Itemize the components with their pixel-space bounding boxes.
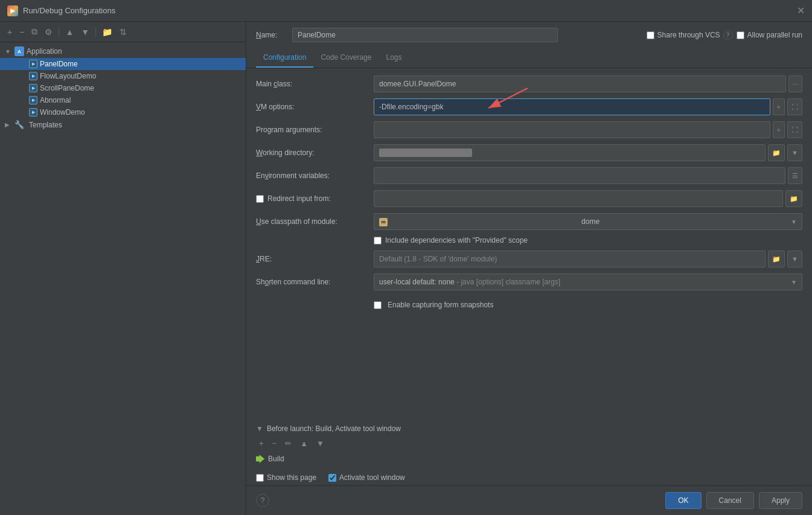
redirect-folder-button[interactable]: 📁 [785, 190, 802, 207]
program-args-expand2-button[interactable]: ⛶ [787, 121, 802, 138]
share-area: Share through VCS ? Allow parallel run [647, 30, 802, 40]
bl-edit-button[interactable]: ✏ [282, 438, 295, 449]
add-config-button[interactable]: + [5, 26, 14, 38]
bottom-checks: Show this page Activate tool window [246, 470, 812, 485]
env-vars-row: Environment variables: ☰ [256, 167, 802, 184]
move-down-button[interactable]: ▼ [78, 26, 92, 38]
allow-parallel-checkbox-wrap: Allow parallel run [737, 31, 802, 39]
vm-options-control: + ⛶ [374, 98, 802, 115]
toolbar-separator-2 [95, 27, 96, 37]
main-class-browse-button[interactable]: ··· [788, 75, 802, 92]
bl-down-button[interactable]: ▼ [313, 438, 327, 449]
abnormal-label: Abnormal [40, 96, 241, 104]
toolbar-separator [59, 27, 59, 37]
share-vcs-checkbox[interactable] [647, 31, 654, 39]
tree-item-paneldome[interactable]: ▶ PanelDome [0, 58, 246, 70]
templates-expand-icon: ▶ [5, 121, 12, 128]
jre-control: 📁 ▼ [374, 251, 802, 267]
activate-window-checkbox[interactable] [328, 474, 336, 482]
shorten-cmd-dropdown[interactable]: user-local default: none - java [options… [374, 273, 802, 290]
application-group-label: Application [27, 47, 241, 56]
main-layout: + − ⧉ ⚙ ▲ ▼ 📁 ⇅ ▼ A Application ▶ PanelD… [0, 22, 812, 515]
tab-code-coverage[interactable]: Code Coverage [313, 48, 379, 68]
allow-parallel-label: Allow parallel run [747, 31, 802, 39]
redirect-input[interactable] [374, 190, 783, 207]
title-bar: ▶ Run/Debug Configurations ✕ [0, 0, 812, 22]
vm-options-expand2-button[interactable]: ⛶ [787, 98, 802, 115]
working-dir-dropdown-button[interactable]: ▼ [787, 144, 802, 161]
allow-parallel-checkbox[interactable] [737, 31, 744, 39]
copy-config-button[interactable]: ⧉ [29, 25, 40, 38]
help-button[interactable]: ? [256, 494, 269, 507]
settings-config-button[interactable]: ⚙ [42, 26, 55, 38]
cancel-button[interactable]: Cancel [706, 492, 754, 509]
scrollpane-label: ScrollPaneDome [40, 84, 241, 92]
vm-options-expand1-button[interactable]: + [773, 98, 785, 115]
bl-add-button[interactable]: + [256, 438, 267, 449]
main-class-label: Main class: [256, 80, 374, 88]
jre-input[interactable] [374, 251, 766, 267]
jre-dropdown-button[interactable]: ▼ [787, 251, 802, 267]
working-dir-display[interactable]: ████████████ [374, 144, 766, 161]
share-vcs-checkbox-wrap: Share through VCS ? [647, 30, 733, 40]
templates-label: Templates [29, 121, 241, 129]
sort-button[interactable]: ⇅ [117, 26, 129, 38]
program-args-input[interactable] [374, 121, 770, 138]
close-button[interactable]: ✕ [797, 6, 805, 16]
main-class-input[interactable] [374, 75, 786, 92]
tree-item-abnormal[interactable]: ▶ Abnormal [0, 94, 246, 106]
tab-logs[interactable]: Logs [379, 48, 409, 68]
env-vars-browse-button[interactable]: ☰ [788, 167, 802, 184]
enable-snapshots-checkbox[interactable] [374, 301, 382, 309]
shorten-cmd-control: user-local default: none - java [options… [374, 273, 802, 290]
move-up-button[interactable]: ▲ [63, 26, 76, 38]
show-page-checkbox[interactable] [256, 474, 264, 482]
vm-options-row: VM options: + ⛶ [256, 98, 802, 115]
paneldome-icon: ▶ [29, 60, 37, 68]
include-deps-checkbox[interactable] [374, 237, 382, 245]
config-tree: ▼ A Application ▶ PanelDome ▶ FlowLayout… [0, 42, 246, 515]
module-name: dome [581, 217, 599, 226]
configuration-form: Main class: ··· VM options: + ⛶ [246, 68, 812, 420]
program-args-expand1-button[interactable]: + [773, 121, 785, 138]
vm-options-label: VM options: [256, 103, 374, 111]
apply-button[interactable]: Apply [759, 492, 802, 509]
jre-label: JRE: [256, 255, 374, 263]
app-icon: ▶ [7, 5, 18, 16]
working-dir-folder-button[interactable]: 📁 [768, 144, 785, 161]
ok-button[interactable]: OK [665, 492, 701, 509]
share-vcs-help[interactable]: ? [723, 30, 733, 40]
windowdemo-label: WindowDemo [40, 108, 241, 117]
tree-templates-group[interactable]: ▶ 🔧 Templates [0, 118, 246, 131]
redirect-label-area: Redirect input from: [256, 194, 374, 203]
before-launch-toolbar: + − ✏ ▲ ▼ [256, 438, 802, 449]
scrollpane-icon: ▶ [29, 84, 37, 92]
bl-remove-button[interactable]: − [269, 438, 280, 449]
tree-item-windowdemo[interactable]: ▶ WindowDemo [0, 106, 246, 118]
tree-item-scrollpane[interactable]: ▶ ScrollPaneDome [0, 82, 246, 94]
windowdemo-icon: ▶ [29, 108, 37, 117]
env-vars-input[interactable] [374, 167, 785, 184]
vm-options-input[interactable] [374, 98, 770, 115]
abnormal-icon: ▶ [29, 96, 37, 104]
bl-up-button[interactable]: ▲ [297, 438, 311, 449]
before-launch-expand-icon[interactable]: ▼ [256, 424, 263, 433]
remove-config-button[interactable]: − [17, 26, 27, 38]
tree-item-flowlayout[interactable]: ▶ FlowLayoutDemo [0, 70, 246, 82]
module-icon: m [379, 217, 390, 226]
main-class-control: ··· [374, 75, 802, 92]
config-tabs: Configuration Code Coverage Logs [246, 48, 812, 68]
tree-application-group[interactable]: ▼ A Application [0, 45, 246, 58]
name-label: Name: [256, 31, 286, 39]
tab-configuration[interactable]: Configuration [256, 48, 313, 68]
redirect-checkbox[interactable] [256, 195, 264, 203]
build-label: Build [268, 455, 284, 463]
before-launch-title: Before launch: Build, Activate tool wind… [267, 424, 401, 433]
folder-button[interactable]: 📁 [100, 26, 115, 38]
classpath-module-dropdown[interactable]: m dome ▼ [374, 213, 802, 230]
jre-folder-button[interactable]: 📁 [768, 251, 785, 267]
title-bar-left: ▶ Run/Debug Configurations [7, 5, 115, 16]
flowlayout-icon: ▶ [29, 72, 37, 80]
name-input[interactable] [292, 28, 558, 42]
name-row: Name: Share through VCS ? Allow parallel… [246, 22, 812, 48]
